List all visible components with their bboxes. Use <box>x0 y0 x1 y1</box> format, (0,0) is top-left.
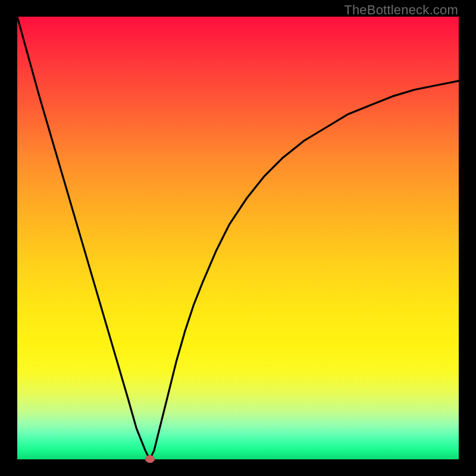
minimum-marker <box>145 455 155 463</box>
bottleneck-curve <box>17 17 459 459</box>
attribution-text: TheBottleneck.com <box>344 2 458 18</box>
